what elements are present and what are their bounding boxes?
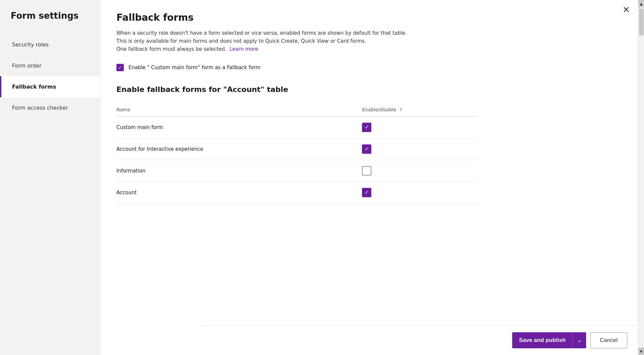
form-enable-cell: ✓ <box>362 138 478 160</box>
row-0-checkbox[interactable]: ✓ <box>362 123 371 132</box>
sidebar-item-security-roles[interactable]: Security roles <box>0 34 100 55</box>
scroll-up-button[interactable]: ▲ <box>638 0 644 7</box>
form-enable-cell <box>362 160 478 182</box>
desc-line2: This is only available for main forms an… <box>116 38 366 44</box>
row-3-checkbox[interactable]: ✓ <box>362 188 371 197</box>
enable-fallback-label: Enable " Custom main form" form as a Fal… <box>128 65 260 71</box>
sidebar-item-form-access-checker[interactable]: Form access checker <box>0 97 100 118</box>
section-title: Enable fallback forms for "Account" tabl… <box>116 85 622 94</box>
main-content: ✕ Fallback forms When a security role do… <box>100 0 638 355</box>
save-publish-label: Save and publish <box>512 332 573 348</box>
sort-icon[interactable]: ↑ <box>399 108 402 112</box>
form-enable-cell: ✓ <box>362 182 478 204</box>
row-1-checkbox[interactable]: ✓ <box>362 144 371 154</box>
form-name-cell: Account for Interactive experience <box>116 138 362 160</box>
desc-line3: One fallback form must always be selecte… <box>116 46 226 52</box>
col-enable-header: Enable/disable ↑ <box>362 103 478 117</box>
content-area: Fallback forms When a security role does… <box>100 0 638 355</box>
row-2-checkbox[interactable] <box>362 166 371 175</box>
desc-line1: When a security role doesn't have a form… <box>116 30 407 36</box>
footer: Save and publish ⌄ Cancel <box>201 325 638 355</box>
sidebar-item-form-order[interactable]: Form order <box>0 55 100 76</box>
checkmark-icon: ✓ <box>365 146 369 152</box>
table-row: Custom main form ✓ <box>116 117 478 138</box>
forms-table: Name Enable/disable ↑ Custom main form <box>116 103 478 204</box>
form-name-cell: Custom main form <box>116 117 362 138</box>
checkmark-icon: ✓ <box>118 65 122 70</box>
sidebar-item-fallback-forms[interactable]: Fallback forms <box>0 76 100 97</box>
col-name-header: Name <box>116 103 362 117</box>
sidebar: Form settings Security roles Form order … <box>0 0 100 355</box>
close-button[interactable]: ✕ <box>623 5 630 14</box>
scrollbar[interactable]: ▲ ▼ <box>638 0 644 355</box>
table-row: Account for Interactive experience ✓ <box>116 138 478 160</box>
form-name-cell: Account <box>116 182 362 204</box>
enable-fallback-row: ✓ Enable " Custom main form" form as a F… <box>116 64 622 71</box>
form-enable-cell: ✓ <box>362 117 478 138</box>
table-row: Account ✓ <box>116 182 478 204</box>
page-title: Fallback forms <box>116 12 622 23</box>
chevron-down-icon[interactable]: ⌄ <box>573 332 586 348</box>
learn-more-link[interactable]: Learn more <box>229 46 258 52</box>
cancel-button[interactable]: Cancel <box>590 332 627 348</box>
description: When a security role doesn't have a form… <box>116 29 468 53</box>
save-publish-button[interactable]: Save and publish ⌄ <box>512 332 586 348</box>
checkmark-icon: ✓ <box>365 190 369 195</box>
scroll-down-button[interactable]: ▼ <box>638 348 644 355</box>
checkmark-icon: ✓ <box>365 125 369 130</box>
enable-fallback-checkbox[interactable]: ✓ <box>116 64 124 71</box>
scroll-thumb[interactable] <box>639 9 644 35</box>
table-row: Information <box>116 160 478 182</box>
sidebar-title: Form settings <box>0 11 100 34</box>
form-name-cell: Information <box>116 160 362 182</box>
scroll-track <box>638 7 644 348</box>
